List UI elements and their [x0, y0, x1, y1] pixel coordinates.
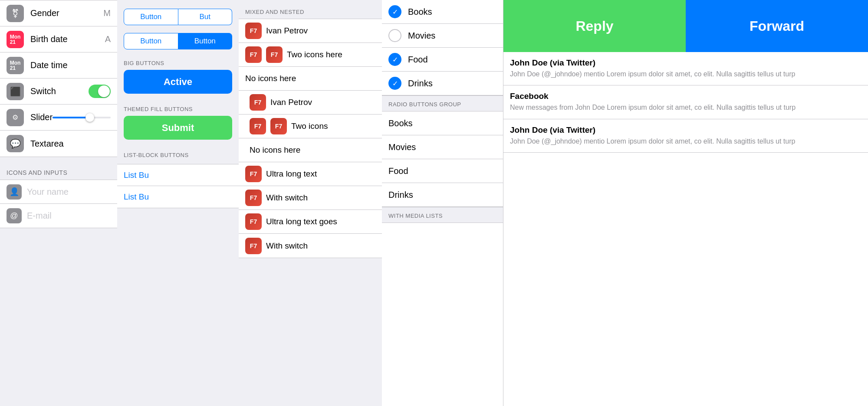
f7-icon-2a: F7	[245, 46, 262, 63]
date-time-icon: Mon21	[7, 57, 24, 74]
birth-date-row[interactable]: Mon21 Birth date A	[0, 26, 117, 52]
with-media-header: WITH MEDIA LISTS	[382, 207, 503, 223]
mixed-row-3[interactable]: No icons here	[239, 67, 382, 91]
mixed-text-2: Two icons here	[287, 50, 342, 59]
radio-list: Books Movies Food Drinks	[382, 111, 503, 207]
gender-label: Gender	[30, 8, 103, 18]
list-block-btn-1[interactable]: List Bu	[124, 170, 149, 180]
submit-button[interactable]: Submit	[124, 116, 232, 140]
person-icon: 👤	[7, 184, 22, 200]
mixed-row-8[interactable]: F7 With switch	[239, 186, 382, 210]
gender-row[interactable]: ⚧ Gender M	[0, 0, 117, 26]
list-block-row-1[interactable]: List Bu	[117, 164, 239, 186]
drinks-checkbox[interactable]: ✓	[388, 77, 401, 90]
switch-toggle[interactable]	[89, 85, 111, 98]
mixed-text-8: With switch	[266, 193, 308, 203]
radio-drinks-label: Drinks	[388, 190, 413, 200]
reply-button[interactable]: Reply	[503, 0, 686, 52]
f7-icon-4: F7	[250, 94, 266, 111]
mixed-text-7: Ultra long text	[266, 169, 317, 179]
feed-preview-2: New messages from John Doe Lorem ipsum d…	[510, 103, 861, 112]
f7-icon-9: F7	[245, 213, 262, 230]
slider-row[interactable]: ⚙ Slider	[0, 105, 117, 131]
mixed-row-6[interactable]: No icons here	[239, 138, 382, 162]
books-checkbox[interactable]: ✓	[388, 5, 401, 18]
mixed-nested-header: MIXED AND NESTED	[239, 0, 382, 19]
feed-item-1[interactable]: John Doe (via Twitter) John Doe (@_johnd…	[503, 52, 868, 85]
f7-icon-1: F7	[245, 23, 262, 39]
mixed-row-10[interactable]: F7 With switch	[239, 234, 382, 258]
textarea-label: Textarea	[30, 139, 111, 149]
email-icon: @	[7, 208, 22, 223]
textarea-icon: 💬	[7, 135, 24, 152]
mixed-text-6: No icons here	[250, 145, 300, 155]
seg-btn-2[interactable]: But	[178, 9, 233, 25]
slider-thumb[interactable]	[85, 113, 94, 122]
mixed-row-4[interactable]: F7 Ivan Petrov	[239, 91, 382, 115]
feed-item-2[interactable]: Facebook New messages from John Doe Lore…	[503, 85, 868, 119]
radio-food[interactable]: Food	[382, 159, 503, 183]
drinks-label: Drinks	[408, 79, 433, 88]
radio-movies-label: Movies	[388, 142, 416, 152]
active-button[interactable]: Active	[124, 70, 232, 94]
name-placeholder: Your name	[27, 187, 69, 197]
feed-sender-3: John Doe (via Twitter)	[510, 125, 861, 135]
seg-btn-1[interactable]: Button	[124, 9, 178, 25]
radio-books[interactable]: Books	[382, 111, 503, 135]
mixed-row-5[interactable]: F7 F7 Two icons	[239, 115, 382, 138]
panel-form-list: ⚧ Gender M Mon21 Birth date A Mon21 Date…	[0, 0, 117, 406]
slider-label: Slider	[30, 112, 53, 122]
feed-sender-1: John Doe (via Twitter)	[510, 58, 861, 68]
email-placeholder: E-mail	[27, 211, 52, 221]
name-input-row[interactable]: 👤 Your name	[0, 180, 117, 204]
segmented-group-1: Button But	[117, 4, 239, 29]
mixed-text-4: Ivan Petrov	[270, 98, 312, 107]
radio-books-label: Books	[388, 118, 413, 128]
panel-buttons: Button But Button Button BIG BUTTONS Act…	[117, 0, 239, 406]
list-block-btn-2[interactable]: List Bu	[124, 192, 149, 202]
mixed-row-9[interactable]: F7 Ultra long text goes	[239, 210, 382, 234]
list-block-row-2[interactable]: List Bu	[117, 186, 239, 208]
movies-checkbox[interactable]	[388, 29, 401, 42]
radio-food-label: Food	[388, 166, 408, 176]
f7-icon-5a: F7	[250, 118, 266, 134]
checkbox-food[interactable]: ✓ Food	[382, 48, 503, 72]
big-buttons-header: BIG BUTTONS	[117, 53, 239, 70]
switch-icon: ⬛	[7, 83, 24, 100]
books-label: Books	[408, 7, 432, 17]
textarea-row[interactable]: 💬 Textarea	[0, 131, 117, 157]
seg2-btn-2[interactable]: Button	[178, 33, 233, 49]
checkbox-drinks[interactable]: ✓ Drinks	[382, 72, 503, 95]
switch-row[interactable]: ⬛ Switch	[0, 79, 117, 105]
mixed-row-1[interactable]: F7 Ivan Petrov	[239, 19, 382, 43]
food-label: Food	[408, 55, 428, 65]
slider-track[interactable]	[53, 117, 111, 118]
gender-icon: ⚧	[7, 5, 24, 22]
switch-label: Switch	[30, 86, 89, 96]
mixed-row-2[interactable]: F7 F7 Two icons here	[239, 43, 382, 67]
radio-drinks[interactable]: Drinks	[382, 183, 503, 207]
mixed-text-10: With switch	[266, 241, 308, 251]
food-checkbox[interactable]: ✓	[388, 53, 401, 66]
movies-label: Movies	[408, 31, 435, 41]
seg2-btn-1[interactable]: Button	[124, 33, 178, 49]
forward-button[interactable]: Forward	[686, 0, 868, 52]
checkbox-movies[interactable]: Movies	[382, 24, 503, 48]
birth-date-value: A	[105, 34, 111, 44]
f7-icon-10: F7	[245, 238, 262, 254]
mixed-text-1: Ivan Petrov	[266, 26, 308, 36]
date-time-row[interactable]: Mon21 Date time	[0, 52, 117, 79]
list-block-section: List Bu List Bu	[117, 164, 239, 208]
f7-icon-7: F7	[245, 166, 262, 182]
feed-preview-1: John Doe (@_johndoe) mentio Lorem ipsum …	[510, 69, 861, 79]
feed-item-3[interactable]: John Doe (via Twitter) John Doe (@_johnd…	[503, 119, 868, 153]
checkbox-list: ✓ Books Movies ✓ Food ✓ Drinks	[382, 0, 503, 95]
checkbox-books[interactable]: ✓ Books	[382, 0, 503, 24]
mixed-row-7[interactable]: F7 Ultra long text	[239, 162, 382, 186]
birth-date-icon: Mon21	[7, 31, 24, 48]
date-time-label: Date time	[30, 60, 111, 70]
radio-movies[interactable]: Movies	[382, 135, 503, 159]
themed-fill-header: THEMED FILL BUTTONS	[117, 99, 239, 116]
email-input-row[interactable]: @ E-mail	[0, 204, 117, 228]
f7-icon-2b: F7	[266, 46, 283, 63]
